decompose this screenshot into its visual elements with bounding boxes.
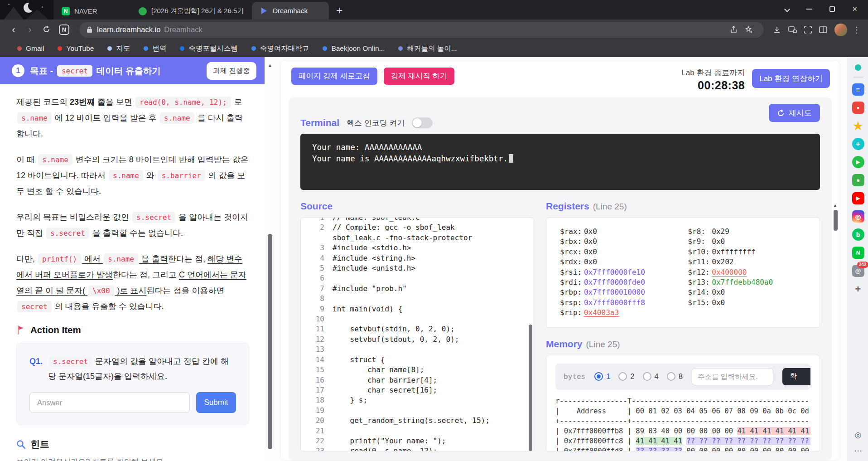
new-tab-button[interactable]: + [336, 5, 342, 16]
line-number: 11 [301, 324, 324, 334]
bookmark-item[interactable]: 지도 [107, 44, 130, 53]
bookmark-add-icon[interactable] [741, 26, 757, 34]
source-scrollbar-thumb[interactable] [529, 325, 532, 451]
scrollbar-thumb[interactable] [268, 234, 272, 449]
minimize-icon[interactable] [806, 9, 812, 10]
bookmark-item[interactable]: 숙명포털시스템 [180, 44, 238, 53]
share-icon[interactable] [726, 26, 741, 34]
register-value: 0x202 [712, 257, 733, 266]
hex-encoding-toggle[interactable] [412, 117, 433, 128]
blue-works-icon[interactable]: ≡ [852, 83, 864, 96]
bytes-radio-1[interactable]: 1 [594, 372, 610, 381]
lab-timer-label: Lab 환경 종료까지 [681, 68, 745, 78]
page-scrollbar[interactable]: ▲ [265, 57, 275, 461]
bookmark-item[interactable]: YouTube [58, 44, 94, 53]
terminal-output[interactable]: Your name: AAAAAAAAAAAAYour name is AAAA… [300, 134, 820, 190]
bytes-radio-2[interactable]: 2 [618, 372, 634, 381]
teal-call-icon[interactable]: + [852, 138, 864, 150]
tab-naver[interactable]: N NAVER [53, 3, 130, 19]
memory-confirm-button[interactable]: 확 [782, 368, 810, 385]
description-paragraphs: 제공된 코드의 23번째 줄을 보면 read(0, s.name, 12); … [16, 94, 249, 315]
bytes-label: bytes [564, 372, 585, 381]
hint-heading: 힌트 [16, 438, 249, 451]
source-code-text: int main(void) { [333, 304, 402, 314]
capture-icon[interactable] [800, 26, 815, 34]
green-grid-icon[interactable]: ■ [852, 174, 864, 186]
sidebar-more-icon[interactable]: ⋯ [854, 446, 862, 456]
red-app-icon[interactable]: ● [852, 102, 864, 114]
source-line: 17 char secret[16]; [301, 385, 534, 395]
source-line: 12 setvbuf(stdout, 0, 2, 0); [301, 335, 534, 345]
text-segment: 한다는 점, 그리고 [113, 270, 179, 279]
dreamhack-favicon [260, 7, 268, 15]
tab-winter-camp[interactable]: [2026 겨울방학] 26기 & 26.5기 [130, 3, 252, 19]
memory-address-input[interactable] [692, 368, 773, 385]
text-segment: 23번째 줄 [70, 97, 106, 107]
register-item: $rsp:0x7fff0000fff8 [560, 298, 688, 308]
force-refresh-button[interactable]: 페이지 강제 새로고침 [291, 68, 377, 85]
lab-scrollbar-thumb[interactable] [834, 210, 838, 231]
answer-input[interactable] [29, 392, 190, 413]
bookmark-label: YouTube [66, 44, 94, 53]
register-item: $r12:0x400000 [688, 267, 806, 277]
line-number: 20 [301, 416, 324, 426]
text-segment: 다만, [16, 254, 37, 263]
source-line: 22 printf("Your name: "); [301, 436, 534, 446]
bytes-radio-4[interactable]: 4 [643, 372, 659, 381]
register-item: $r8:0x29 [688, 227, 806, 237]
action-item-heading: Action Item [16, 325, 249, 335]
browser-menu-icon[interactable]: ⋮ [851, 25, 863, 35]
submit-button[interactable]: Submit [196, 392, 236, 413]
pin-sidebar-icon[interactable]: ◎ [855, 430, 862, 440]
download-icon[interactable] [769, 26, 785, 34]
favorites-star-icon[interactable]: ★ [852, 120, 864, 132]
source-viewer[interactable]: 1// Name: sbof_leak.c2// Compile: gcc -o… [300, 217, 534, 451]
source-code-text: setvbuf(stdout, 0, 2, 0); [333, 335, 459, 345]
register-item: $rbx:0x0 [560, 237, 688, 247]
whale-sidebar-icon[interactable] [855, 64, 861, 71]
description-paragraph: 이 때 s.name 변수의 크기는 8 바이트인데 반해 입력받는 값은 12… [16, 152, 249, 199]
extend-lab-button[interactable]: Lab 환경 연장하기 [752, 69, 830, 88]
source-heading: Source [300, 201, 333, 211]
split-view-icon[interactable] [815, 26, 831, 33]
address-bar[interactable]: learn.dreamhack.io Dreamhack [79, 22, 764, 38]
bytes-radio-8[interactable]: 8 [667, 372, 683, 381]
inline-code-chip: read(0, s.name, 12); [135, 97, 231, 108]
instagram-icon[interactable]: ◎ [852, 210, 864, 223]
source-code-text: sbof_leak.c -fno-stack-protector [333, 233, 472, 243]
bookmark-item[interactable]: Gmail [17, 44, 44, 53]
naver-green-icon[interactable]: N [852, 247, 864, 259]
retry-button[interactable]: 재시도 [769, 104, 820, 122]
register-item: $rax:0x0 [560, 227, 688, 237]
back-icon[interactable]: ‹ [5, 25, 22, 35]
register-value: 0x7fff0000fde0 [584, 278, 645, 286]
register-item: $rcx:0x0 [560, 247, 688, 257]
bookmark-item[interactable]: 숙명여자대학교 [251, 44, 309, 53]
naver-extension-icon[interactable]: N [59, 24, 69, 35]
bookmark-item[interactable]: 해커들의 놀이... [398, 44, 457, 53]
step-number-badge: 1 [12, 64, 24, 77]
bookmark-item[interactable]: Baekjoon Onlin... [323, 44, 385, 53]
profile-avatar[interactable] [834, 24, 847, 36]
add-app-icon[interactable]: + [852, 283, 864, 295]
close-icon[interactable]: × [852, 5, 857, 13]
force-restart-button[interactable]: 강제 재시작 하기 [384, 68, 455, 85]
retry-refresh-icon [777, 109, 785, 117]
tab-strip: N NAVER [2026 겨울방학] 26기 & 26.5기 Dreamhac… [0, 0, 868, 19]
register-name: $rsi: [560, 267, 584, 277]
forward-icon[interactable]: › [22, 25, 38, 35]
register-name: $r14: [688, 287, 712, 297]
tab-dreamhack[interactable]: Dreamhack [252, 2, 329, 19]
scroll-up-icon[interactable]: ▲ [265, 63, 275, 68]
register-value: 0x0 [712, 298, 725, 307]
maximize-icon[interactable] [829, 6, 835, 12]
video-pip-icon[interactable] [785, 26, 800, 33]
green-play-icon[interactable]: ▶ [852, 156, 864, 168]
lab-scroll-up-icon[interactable]: ▲ [833, 203, 838, 208]
tab-search-chevron-icon[interactable] [785, 6, 791, 12]
youtube-icon[interactable]: ▶ [852, 192, 864, 204]
naver-blog-icon[interactable]: b [852, 228, 864, 241]
refresh-icon[interactable] [38, 25, 54, 35]
bookmark-item[interactable]: 번역 [144, 44, 166, 53]
mail-app-icon[interactable]: @242 [852, 265, 864, 277]
